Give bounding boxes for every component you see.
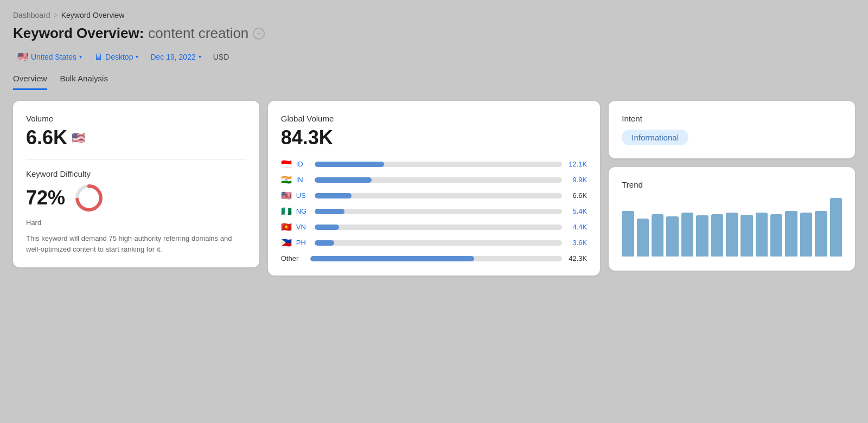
bar-track-id — [315, 162, 563, 167]
add-keyword-button[interactable]: + — [253, 28, 265, 40]
country-flag: 🇺🇸 — [17, 52, 28, 62]
trend-card: Trend — [609, 167, 855, 271]
code-ph: PH — [296, 239, 310, 247]
flag-us: 🇺🇸 — [281, 190, 292, 201]
trend-bar — [666, 216, 678, 257]
bar-fill-vn — [315, 225, 340, 230]
trend-bar — [785, 211, 797, 257]
volume-value: 6.6K 🇺🇸 — [26, 126, 246, 149]
volume-number: 6.6K — [26, 126, 67, 149]
value-ph: 3.6K — [566, 239, 587, 247]
page-title-keyword: content creation — [148, 25, 248, 42]
tab-overview[interactable]: Overview — [13, 74, 47, 90]
country-row-vn: 🇻🇳 VN 4.4K — [281, 222, 588, 232]
value-in: 9.9K — [566, 176, 587, 184]
bar-fill-ph — [315, 240, 335, 246]
flag-in: 🇮🇳 — [281, 175, 292, 185]
filters-row: 🇺🇸 United States ▾ 🖥 Desktop ▾ Dec 19, 2… — [13, 49, 855, 64]
code-in: IN — [296, 176, 310, 184]
currency-label: USD — [209, 50, 234, 63]
trend-chart — [622, 198, 842, 258]
bar-track-in — [315, 177, 563, 183]
flag-ph: 🇵🇭 — [281, 238, 292, 248]
other-label: Other — [281, 254, 306, 262]
volume-label: Volume — [26, 114, 246, 123]
cards-row: Volume 6.6K 🇺🇸 Keyword Difficulty 72% Ha… — [13, 101, 855, 275]
flag-ng: 🇳🇬 — [281, 206, 292, 216]
kd-row: 72% — [26, 183, 246, 213]
gv-title: Global Volume — [281, 114, 588, 123]
trend-bar — [741, 215, 752, 257]
trend-bar — [770, 214, 782, 257]
intent-title: Intent — [622, 114, 842, 123]
trend-bar — [800, 213, 812, 257]
bar-fill-ng — [315, 209, 344, 214]
value-vn: 4.4K — [566, 223, 587, 231]
trend-bar — [756, 213, 768, 257]
bar-track-ph — [315, 240, 563, 246]
card-divider — [26, 159, 246, 159]
breadcrumb: Dashboard > Keyword Overview — [13, 11, 855, 20]
date-label: Dec 19, 2022 — [150, 53, 195, 61]
bar-track-us — [315, 193, 563, 198]
kd-value: 72% — [26, 187, 65, 209]
gv-value: 84.3K — [281, 126, 588, 149]
trend-bar — [622, 211, 634, 257]
country-row-in: 🇮🇳 IN 9.9K — [281, 175, 588, 185]
country-label: United States — [31, 53, 76, 61]
page-title: Keyword Overview: content creation + — [13, 25, 855, 42]
code-vn: VN — [296, 223, 310, 231]
country-row-ng: 🇳🇬 NG 5.4K — [281, 206, 588, 216]
kd-hard-label: Hard — [26, 219, 246, 227]
bar-fill-id — [315, 162, 384, 167]
trend-bar — [696, 215, 708, 257]
other-row: Other 42.3K — [281, 254, 588, 262]
country-row-ph: 🇵🇭 PH 3.6K — [281, 238, 588, 248]
country-chevron: ▾ — [79, 54, 82, 60]
trend-bar — [726, 213, 738, 257]
kd-donut — [74, 183, 104, 213]
global-volume-card: Global Volume 84.3K 🇮🇩 ID 12.1K 🇮🇳 IN 9.… — [268, 101, 601, 275]
intent-card: Intent Informational — [609, 101, 855, 158]
trend-bar — [652, 214, 663, 257]
page-title-prefix: Keyword Overview: — [13, 25, 144, 42]
code-us: US — [296, 191, 310, 200]
device-filter[interactable]: 🖥 Desktop ▾ — [90, 50, 143, 64]
date-filter[interactable]: Dec 19, 2022 ▾ — [146, 50, 205, 63]
date-chevron: ▾ — [199, 54, 201, 60]
breadcrumb-home[interactable]: Dashboard — [13, 11, 50, 20]
value-us: 6.6K — [566, 191, 587, 200]
trend-title: Trend — [622, 180, 842, 189]
device-label: Desktop — [105, 53, 133, 61]
bar-fill-us — [315, 193, 352, 198]
tab-bulk-analysis[interactable]: Bulk Analysis — [60, 74, 108, 90]
breadcrumb-current: Keyword Overview — [61, 11, 125, 20]
tabs-row: Overview Bulk Analysis — [13, 74, 855, 90]
volume-card: Volume 6.6K 🇺🇸 Keyword Difficulty 72% Ha… — [13, 101, 259, 267]
other-bar-fill — [310, 256, 474, 261]
bar-fill-in — [315, 177, 372, 183]
volume-flag: 🇺🇸 — [72, 131, 85, 144]
value-id: 12.1K — [566, 160, 587, 168]
trend-bar — [815, 211, 827, 257]
other-bar-track — [310, 256, 563, 261]
trend-bar — [830, 198, 842, 257]
kd-label: Keyword Difficulty — [26, 169, 246, 178]
other-value: 42.3K — [566, 254, 587, 262]
bar-track-ng — [315, 209, 563, 214]
breadcrumb-separator: > — [54, 11, 58, 20]
trend-bar — [711, 214, 723, 257]
device-icon: 🖥 — [94, 52, 103, 62]
intent-badge: Informational — [622, 130, 688, 145]
code-ng: NG — [296, 207, 310, 215]
value-ng: 5.4K — [566, 207, 587, 215]
country-row-id: 🇮🇩 ID 12.1K — [281, 159, 588, 169]
flag-id: 🇮🇩 — [281, 159, 292, 169]
country-filter[interactable]: 🇺🇸 United States ▾ — [13, 49, 86, 64]
country-row-us: 🇺🇸 US 6.6K — [281, 190, 588, 201]
trend-bar — [637, 219, 649, 257]
device-chevron: ▾ — [136, 54, 138, 60]
code-id: ID — [296, 160, 310, 168]
flag-vn: 🇻🇳 — [281, 222, 292, 232]
trend-bar — [681, 213, 693, 257]
